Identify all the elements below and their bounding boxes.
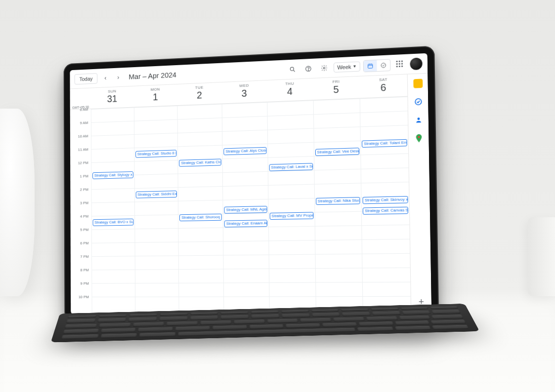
calendar-event[interactable]: Strategy Call: Alys Closet (223, 147, 266, 156)
hour-label: 1 PM (80, 174, 88, 178)
svg-point-4 (323, 67, 325, 69)
time-gutter: GMT+05:30 8 AM9 AM10 AM11 AM12 PM1 PM2 P… (70, 109, 92, 314)
tasks-icon[interactable] (413, 97, 423, 106)
day-column[interactable]: Strategy Call: Stylogy x SuStrategy Call… (91, 108, 135, 314)
hour-label: 5 PM (80, 227, 88, 232)
svg-point-12 (418, 136, 420, 138)
settings-icon[interactable] (318, 61, 331, 75)
calendar-event[interactable]: Strategy Call: BVO x Subtl (93, 219, 134, 226)
calendar-event[interactable]: Strategy Call: Nika Studio (316, 197, 360, 205)
contacts-icon[interactable] (414, 115, 423, 124)
hour-label: 9 AM (80, 120, 88, 125)
calendar-event[interactable]: Strategy Call: MNL Agenc (224, 206, 267, 214)
hour-label: 4 PM (80, 214, 88, 218)
maps-icon[interactable] (414, 134, 424, 143)
mug-prop (528, 217, 555, 296)
keep-icon[interactable] (413, 79, 423, 88)
hour-label: 10 AM (78, 134, 88, 138)
day-number: 6 (360, 81, 408, 94)
google-apps-icon[interactable] (393, 57, 407, 71)
day-number: 3 (221, 87, 267, 100)
day-number: 31 (91, 92, 134, 105)
calendar-event[interactable]: Strategy Call: Enaam Ali x (224, 220, 267, 227)
hour-label: 8 PM (81, 268, 89, 272)
calendar-event[interactable]: Strategy Call: Skinvoy x S (363, 196, 408, 204)
svg-point-9 (381, 63, 385, 68)
day-header[interactable]: THU4 (267, 78, 313, 102)
calendar-event[interactable]: Strategy Call: Shorooq Inte (179, 214, 222, 221)
calendar-event[interactable]: Strategy Call: Tolani Enter (362, 139, 407, 148)
day-column[interactable]: Strategy Call: Kaths ClothStrategy Call:… (177, 104, 224, 314)
hour-label: 8 AM (80, 107, 88, 112)
day-column[interactable]: Strategy Call: Alys ClosetStrategy Call:… (222, 102, 269, 314)
hour-label: 12 PM (78, 160, 88, 165)
day-number: 1 (133, 91, 177, 103)
calendar-event[interactable]: Strategy Call: Stylogy x Su (92, 171, 133, 179)
day-column[interactable]: Strategy Call: Laval x SubStrategy Call:… (267, 100, 315, 314)
day-header[interactable]: FRI5 (313, 77, 360, 100)
view-selector[interactable]: Week ▼ (334, 61, 360, 73)
vase-prop (0, 109, 35, 296)
calendar-app: Today ‹ › Mar – Apr 2024 Week ▼ (70, 53, 431, 315)
chevron-down-icon: ▼ (353, 64, 357, 69)
tablet-device: Today ‹ › Mar – Apr 2024 Week ▼ (53, 54, 434, 321)
calendar-event[interactable]: Strategy Call: Vee Design (315, 148, 359, 156)
hour-label: 6 PM (80, 241, 88, 245)
hour-label: 10 PM (79, 295, 89, 299)
svg-point-11 (417, 118, 420, 120)
svg-point-0 (290, 67, 294, 70)
tasks-layout-button[interactable] (377, 59, 390, 71)
day-header[interactable]: SUN31 (91, 86, 134, 109)
day-header[interactable]: MON1 (133, 84, 177, 107)
day-column[interactable]: Strategy Call: Tolani EnterStrategy Call… (360, 97, 411, 315)
calendar-event[interactable]: Strategy Call: Kaths Cloth (179, 158, 221, 166)
day-number: 5 (313, 83, 360, 96)
svg-line-1 (294, 70, 295, 72)
hour-label: 3 PM (80, 200, 88, 205)
day-number: 2 (177, 89, 222, 101)
calendar-event[interactable]: Strategy Call: Laval x Sub (269, 163, 312, 171)
side-panel: + › (407, 74, 432, 315)
view-selector-label: Week (337, 64, 351, 70)
calendar-layout-button[interactable] (364, 60, 377, 72)
calendar-grid[interactable]: GMT+05:30 8 AM9 AM10 AM11 AM12 PM1 PM2 P… (70, 97, 411, 315)
hour-label: 9 PM (81, 281, 89, 285)
day-column[interactable]: Strategy Call: Vee DesignStrategy Call: … (313, 98, 363, 314)
account-avatar[interactable] (410, 57, 422, 70)
day-column[interactable]: Strategy Call: Studio 8 x SStrategy Call… (134, 106, 179, 314)
hour-label: 2 PM (80, 187, 88, 192)
date-range-title: Mar – Apr 2024 (129, 71, 177, 81)
day-header[interactable]: WED3 (221, 80, 267, 103)
calendar-event[interactable]: Strategy Call: Siddhi Expo (135, 191, 177, 198)
hour-label: 11 AM (78, 147, 88, 152)
svg-point-10 (415, 99, 422, 105)
day-header[interactable]: SAT6 (359, 75, 407, 98)
calendar-event[interactable]: Strategy Call: Canvas Stu (363, 207, 408, 215)
today-button[interactable]: Today (75, 73, 98, 84)
hour-label: 7 PM (80, 254, 88, 259)
layout-toggle (363, 59, 391, 72)
prev-week-button[interactable]: ‹ (100, 72, 110, 83)
calendar-event[interactable]: Strategy Call: Studio 8 x S (135, 150, 177, 157)
